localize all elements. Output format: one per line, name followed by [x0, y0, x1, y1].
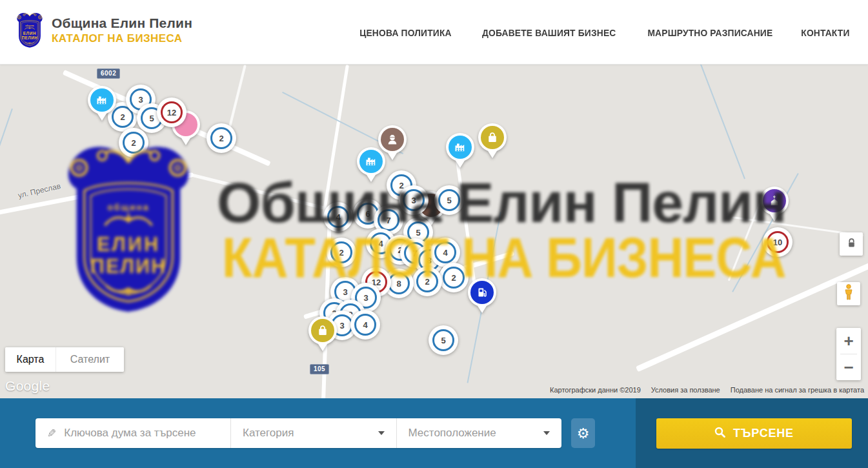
- keyword-search-input[interactable]: [64, 427, 212, 440]
- cluster-marker[interactable]: 2: [327, 238, 356, 267]
- cluster-marker[interactable]: 3: [399, 185, 429, 215]
- nav-pricing-policy[interactable]: ЦЕНОВА ПОЛИТИКА: [359, 27, 451, 38]
- cluster-marker[interactable]: 2: [207, 123, 236, 153]
- cluster-marker[interactable]: 4: [350, 310, 380, 340]
- stream: [700, 65, 745, 179]
- location-dropdown[interactable]: Местоположение: [397, 418, 562, 448]
- map-data-copyright: Картографски данни ©2019: [550, 386, 641, 394]
- street-view-pegman-button[interactable]: [837, 282, 860, 305]
- pin-marker-factory[interactable]: [88, 86, 116, 123]
- cluster-marker[interactable]: 5: [429, 325, 458, 355]
- search-bar: ✎ Категория Местоположение ⚙ ТЪРСЕНЕ: [0, 398, 868, 468]
- advanced-settings-button[interactable]: ⚙: [571, 418, 595, 448]
- road-number-badge: 6002: [97, 68, 120, 79]
- pin-marker-fuel[interactable]: [468, 278, 496, 316]
- fullscreen-lock-button[interactable]: [840, 232, 863, 256]
- chevron-down-icon: [543, 431, 550, 435]
- nav-route-schedule[interactable]: МАРШРУТНО РАЗПИСАНИЕ: [648, 27, 773, 38]
- category-dropdown-label: Категория: [243, 427, 294, 440]
- map-canvas[interactable]: Община Елин Пелин КАТАЛОГ НА БИЗНЕСА Кар…: [0, 65, 868, 398]
- pencil-icon: ✎: [47, 427, 56, 440]
- site-logo[interactable]: Община Елин Пелин КАТАЛОГ НА БИЗНЕСА: [14, 11, 192, 50]
- location-dropdown-label: Местоположение: [409, 427, 496, 440]
- road: [321, 65, 349, 221]
- zoom-in-button[interactable]: +: [836, 328, 861, 354]
- road: [636, 254, 868, 372]
- lock-icon: [847, 238, 856, 250]
- map-type-control: Карта Сателит: [5, 347, 124, 372]
- search-icon: [714, 427, 725, 440]
- road-number-badge: 105: [310, 364, 329, 374]
- site-title: Община Елин Пелин: [52, 15, 192, 31]
- search-button[interactable]: ТЪРСЕНЕ: [656, 418, 852, 449]
- report-map-error-link[interactable]: Подаване на сигнал за грешка в картата: [731, 386, 864, 394]
- watermark-crest-logo: [55, 139, 202, 321]
- pegman-icon: [842, 283, 855, 304]
- header: Община Елин Пелин КАТАЛОГ НА БИЗНЕСА ЦЕН…: [0, 0, 868, 65]
- nav-contacts[interactable]: КОНТАКТИ: [801, 27, 849, 38]
- pin-marker-factory[interactable]: [446, 133, 474, 170]
- municipality-crest-icon: [14, 11, 45, 50]
- search-panel: ✎ Категория Местоположение: [35, 418, 561, 448]
- google-logo[interactable]: Google: [5, 378, 50, 394]
- stream: [0, 108, 13, 212]
- pin-marker-shopping[interactable]: [478, 123, 507, 161]
- page: Община Елин Пелин КАТАЛОГ НА БИЗНЕСА Кар…: [0, 0, 868, 468]
- map-view-button[interactable]: Карта: [5, 347, 56, 372]
- category-dropdown[interactable]: Категория: [231, 418, 396, 448]
- cluster-marker[interactable]: 2: [439, 263, 469, 292]
- street-label: ул. Преслав: [17, 181, 61, 200]
- pin-marker-church[interactable]: [760, 187, 789, 224]
- chevron-down-icon: [378, 431, 385, 435]
- cluster-marker[interactable]: 12: [157, 97, 187, 127]
- gear-icon: ⚙: [577, 425, 590, 442]
- zoom-control: + −: [836, 328, 861, 380]
- cluster-marker[interactable]: 2: [412, 267, 442, 296]
- site-subtitle: КАТАЛОГ НА БИЗНЕСА: [52, 32, 192, 45]
- cluster-marker[interactable]: 10: [763, 227, 792, 257]
- pin-marker-shopping[interactable]: [308, 316, 337, 354]
- pin-marker-builder[interactable]: [378, 125, 407, 163]
- logo-text: Община Елин Пелин КАТАЛОГ НА БИЗНЕСА: [52, 15, 192, 45]
- terms-of-use-link[interactable]: Условия за ползване: [651, 386, 720, 394]
- cluster-marker[interactable]: 2: [119, 128, 148, 158]
- zoom-out-button[interactable]: −: [836, 354, 861, 380]
- cluster-marker[interactable]: 5: [434, 185, 464, 215]
- main-nav: ЦЕНОВА ПОЛИТИКА ДОБАВЕТЕ ВАШИЯТ БИЗНЕС М…: [356, 0, 852, 65]
- search-button-label: ТЪРСЕНЕ: [733, 427, 794, 440]
- nav-add-your-business[interactable]: ДОБАВЕТЕ ВАШИЯТ БИЗНЕС: [482, 27, 616, 38]
- keyword-section: ✎: [35, 418, 230, 448]
- satellite-view-button[interactable]: Сателит: [56, 347, 124, 372]
- map-attribution: Картографски данни ©2019 Условия за полз…: [550, 386, 864, 394]
- cluster-marker[interactable]: 4: [323, 202, 353, 232]
